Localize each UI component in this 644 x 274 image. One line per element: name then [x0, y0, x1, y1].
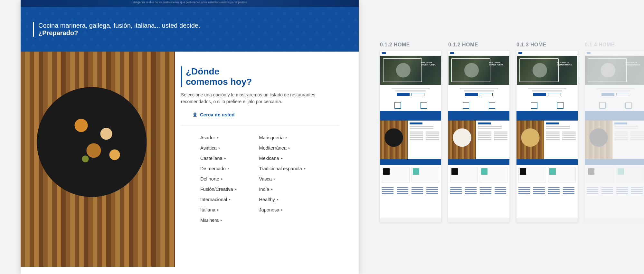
cuisine-label: Healthy: [259, 197, 275, 202]
cuisine-left-item[interactable]: Fusión/Creativa▸: [200, 184, 237, 194]
cuisine-label: Castellana: [200, 156, 223, 161]
food-photo: [21, 52, 175, 267]
cuisine-list-left: Asador▸Asiática▸Castellana▸De mercado▸De…: [200, 132, 237, 225]
chevron-right-icon: ▸: [217, 208, 219, 211]
artboard-thumb-preview: NOS GUSTA COMER FUERA.: [380, 51, 441, 222]
intro-banner-rule: Cocina marinera, gallega, fusión, italia…: [33, 22, 200, 37]
cuisine-left-item[interactable]: Internacional▸: [200, 194, 237, 205]
chevron-right-icon: ▸: [229, 198, 231, 201]
chevron-right-icon: ▸: [228, 167, 229, 170]
cuisine-columns: Asador▸Asiática▸Castellana▸De mercado▸De…: [181, 132, 339, 225]
chevron-right-icon: ▸: [274, 177, 275, 181]
chevron-right-icon: ▸: [219, 146, 220, 150]
cuisine-label: Japonesa: [259, 207, 279, 212]
cuisine-label: De mercado: [200, 166, 226, 171]
cuisine-label: Fusión/Creativa: [200, 187, 233, 192]
cuisine-label: Asador: [200, 135, 215, 140]
cuisine-list-right: Marisquería▸Mediterránea▸Mexicana▸Tradic…: [259, 132, 306, 225]
cuisine-label: Vasca: [259, 176, 272, 181]
cuisine-label: Marinera: [200, 218, 219, 223]
chevron-right-icon: ▸: [235, 187, 237, 191]
where-heading: ¿Dónde comemos hoy?: [181, 66, 339, 87]
artboard-thumb-label: 0.1.2 HOME: [448, 42, 509, 48]
chevron-right-icon: ▸: [221, 218, 222, 222]
cuisine-right-item[interactable]: Mexicana▸: [259, 153, 306, 163]
cuisine-right-item[interactable]: India▸: [259, 184, 306, 194]
artboard-thumb-label: 0.1.2 HOME: [380, 42, 441, 48]
where-section: ¿Dónde comemos hoy? Seleccione una opció…: [21, 52, 359, 267]
cuisine-right-item[interactable]: Marisquería▸: [259, 132, 306, 143]
chevron-right-icon: ▸: [286, 136, 287, 139]
svg-rect-0: [194, 116, 197, 116]
chevron-right-icon: ▸: [281, 156, 283, 160]
cuisine-left-item[interactable]: De mercado▸: [200, 163, 237, 174]
near-you-link[interactable]: Cerca de usted: [193, 112, 235, 117]
chevron-right-icon: ▸: [224, 156, 226, 160]
cuisine-label: Tradicional española: [259, 166, 302, 171]
artboard-thumbnails: 0.1.2 HOMENOS GUSTA COMER FUERA.0.1.2 HO…: [380, 42, 644, 222]
cuisine-label: Internacional: [200, 197, 227, 202]
artboard-thumb[interactable]: 0.1.2 HOMENOS GUSTA COMER FUERA.: [380, 42, 441, 222]
artboard-thumb-preview: NOS GUSTA COMER FUERA.: [448, 51, 509, 222]
chevron-right-icon: ▸: [221, 177, 223, 181]
where-description: Seleccione una opción y le mostraremos u…: [181, 92, 329, 105]
where-title-line2: comemos hoy?: [186, 77, 252, 87]
cuisine-left-item[interactable]: Castellana▸: [200, 153, 237, 163]
cuisine-label: Mediterránea: [259, 145, 287, 151]
cuisine-label: India: [259, 187, 269, 192]
chevron-right-icon: ▸: [217, 136, 219, 139]
artboard-thumb-label: 0.1.4 HOME: [585, 42, 644, 48]
cuisine-label: Asiática: [200, 145, 217, 151]
cuisine-left-item[interactable]: Asador▸: [200, 132, 237, 143]
artboard-thumb-preview: NOS GUSTA COMER FUERA.: [516, 51, 578, 222]
cuisine-left-item[interactable]: Italiana▸: [200, 205, 237, 215]
chevron-right-icon: ▸: [281, 208, 283, 211]
cuisine-label: Mexicana: [259, 156, 279, 161]
artboard-thumb-preview: NOS GUSTA COMER FUERA.: [585, 51, 644, 222]
chevron-right-icon: ▸: [277, 198, 279, 201]
cuisine-right-item[interactable]: Vasca▸: [259, 174, 306, 184]
cuisine-right-item[interactable]: Japonesa▸: [259, 205, 306, 215]
cuisine-label: Italiana: [200, 207, 215, 212]
cuisine-right-item[interactable]: Mediterránea▸: [259, 143, 306, 153]
chevron-right-icon: ▸: [271, 187, 273, 191]
divider: [181, 125, 339, 125]
cuisine-right-item[interactable]: Tradicional española▸: [259, 163, 306, 174]
cuisine-left-item[interactable]: Marinera▸: [200, 215, 237, 225]
cuisine-right-item[interactable]: Healthy▸: [259, 194, 306, 205]
cuisine-left-item[interactable]: Asiática▸: [200, 143, 237, 153]
location-pin-icon: [193, 112, 197, 117]
design-canvas: Imágenes reales de los restaurantes que …: [0, 0, 644, 274]
chevron-right-icon: ▸: [289, 146, 290, 150]
cuisine-left-item[interactable]: Del norte▸: [200, 174, 237, 184]
intro-banner-line1: Cocina marinera, gallega, fusión, italia…: [38, 22, 200, 29]
cuisine-label: Marisquería: [259, 135, 284, 140]
artboard-thumb[interactable]: 0.1.4 HOMENOS GUSTA COMER FUERA.: [585, 42, 644, 222]
chevron-right-icon: ▸: [304, 167, 306, 170]
intro-banner: Cocina marinera, gallega, fusión, italia…: [21, 7, 359, 52]
cuisine-label: Del norte: [200, 176, 219, 181]
where-content: ¿Dónde comemos hoy? Seleccione una opció…: [175, 52, 359, 267]
intro-banner-line2: ¿Preparado?: [38, 29, 200, 37]
hero-image-strip: Imágenes reales de los restaurantes que …: [21, 0, 359, 7]
artboard-thumb[interactable]: 0.1.3 HOMENOS GUSTA COMER FUERA.: [516, 42, 578, 222]
artboard-thumb[interactable]: 0.1.2 HOMENOS GUSTA COMER FUERA.: [448, 42, 509, 222]
artboard-thumb-label: 0.1.3 HOME: [516, 42, 578, 48]
artboard-detail: Imágenes reales de los restaurantes que …: [21, 0, 359, 274]
hero-caption: Imágenes reales de los restaurantes que …: [21, 1, 359, 4]
where-title-line1: ¿Dónde: [186, 66, 219, 76]
near-you-label: Cerca de usted: [200, 112, 235, 117]
